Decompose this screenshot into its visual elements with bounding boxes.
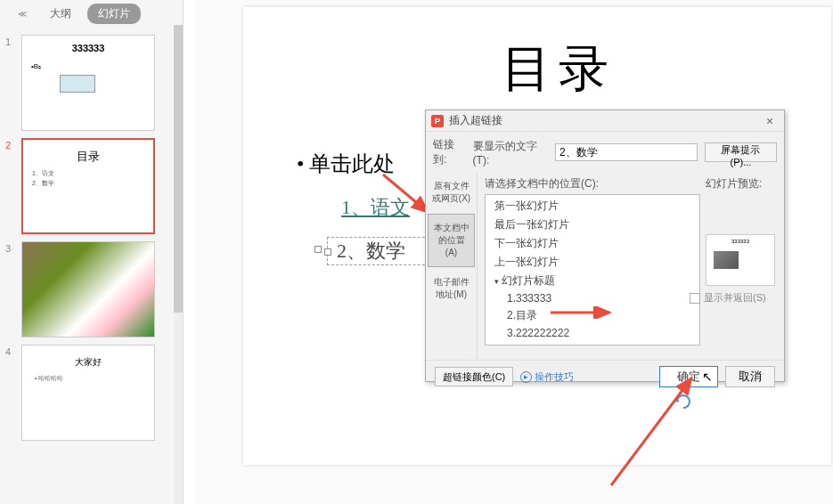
tab-slides[interactable]: 幻灯片 [87, 4, 141, 24]
ok-button[interactable]: 确定 [659, 366, 718, 387]
slide-hyperlink-2[interactable]: 2、数学 [328, 238, 405, 264]
display-label: 要显示的文字(T): [473, 139, 548, 167]
linkto-this-document[interactable]: 本文档中的位置(A) [428, 214, 475, 267]
slide-title[interactable]: 目录 [502, 36, 616, 103]
dialog-footer: 超链接颜色(C) ▸ 操作技巧 确定 取消 [426, 360, 784, 393]
thumb-marker: •B₂ [31, 62, 41, 70]
tree-slide-4[interactable]: 4.大家好 [486, 341, 699, 345]
insert-hyperlink-dialog: P 插入超链接 × 链接到: 要显示的文字(T): 屏幕提示(P)... 原有文… [425, 110, 785, 382]
help-icon: ▸ [520, 371, 532, 383]
thumbnail-scrollbar[interactable] [174, 25, 183, 504]
checkbox-label: 显示并返回(S) [704, 291, 766, 305]
tab-outline[interactable]: 大纲 [41, 4, 80, 24]
panel-tabs: ≪ 大纲 幻灯片 [0, 0, 183, 28]
display-text-input[interactable] [555, 143, 698, 161]
selection-handle[interactable] [314, 246, 322, 253]
linkto-email[interactable]: 电子邮件地址(M) [426, 269, 477, 308]
help-text: 操作技巧 [535, 370, 574, 384]
thumbnail-3[interactable] [21, 241, 155, 337]
thumb-title: 大家好 [22, 345, 154, 369]
thumb-sub: • 哈哈哈哈 [22, 369, 154, 388]
slide-bullet-text[interactable]: • 单击此处 [297, 150, 395, 178]
scrollbar-handle[interactable] [174, 25, 183, 313]
thumb-image [22, 242, 155, 337]
dialog-body: 原有文件或网页(X) 本文档中的位置(A) 电子邮件地址(M) 请选择文档中的位… [426, 173, 784, 360]
slide-number: 2 [5, 138, 16, 234]
linkto-label: 链接到: [433, 137, 466, 167]
slide-number: 4 [5, 345, 16, 441]
hyperlink-color-button[interactable]: 超链接颜色(C) [435, 367, 513, 386]
thumb-title: 333333 [22, 36, 154, 53]
show-return-checkbox[interactable]: 显示并返回(S) [690, 291, 777, 305]
cancel-button[interactable]: 取消 [725, 366, 775, 387]
tree-prev-slide[interactable]: 上一张幻灯片 [486, 253, 699, 272]
collapse-icon[interactable]: ≪ [18, 9, 27, 19]
dialog-top-row: 链接到: 要显示的文字(T): 屏幕提示(P)... [426, 132, 784, 173]
linkto-sidebar: 原有文件或网页(X) 本文档中的位置(A) 电子邮件地址(M) [426, 173, 478, 360]
rotate-icon[interactable] [674, 392, 693, 411]
thumbnail-2[interactable]: 目录 1、语文 2、数学 [21, 138, 155, 234]
checkbox-icon[interactable] [690, 293, 700, 304]
preview-image [714, 251, 739, 269]
footer-left: 超链接颜色(C) ▸ 操作技巧 [435, 367, 574, 386]
app-icon: P [431, 115, 444, 127]
slide-number: 3 [5, 241, 16, 337]
tree-wrap: 请选择文档中的位置(C): 第一张幻灯片 最后一张幻灯片 下一张幻灯片 上一张幻… [485, 176, 700, 356]
thumbnail-panel: ≪ 大纲 幻灯片 1 333333 •B₂ 2 目录 1、语文 2、数学 3 [0, 0, 184, 504]
thumbnail-list: 1 333333 •B₂ 2 目录 1、语文 2、数学 3 [0, 28, 183, 504]
tree-next-slide[interactable]: 下一张幻灯片 [486, 234, 699, 253]
tree-last-slide[interactable]: 最后一张幻灯片 [486, 215, 699, 234]
tree-first-slide[interactable]: 第一张幻灯片 [486, 197, 699, 215]
dialog-title: 插入超链接 [449, 113, 761, 128]
thumbnail-item[interactable]: 4 大家好 • 哈哈哈哈 [0, 341, 183, 444]
dialog-main: 请选择文档中的位置(C): 第一张幻灯片 最后一张幻灯片 下一张幻灯片 上一张幻… [478, 173, 784, 360]
slide-preview: 333333 [706, 234, 775, 286]
thumb-list: 1、语文 2、数学 [23, 165, 153, 191]
tree-label: 请选择文档中的位置(C): [485, 176, 700, 191]
close-icon[interactable]: × [761, 114, 779, 128]
thumb-shape [60, 75, 95, 93]
preview-label: 幻灯片预览: [706, 176, 777, 191]
help-link[interactable]: ▸ 操作技巧 [520, 370, 574, 384]
thumb-title: 目录 [23, 140, 153, 165]
thumbnail-item[interactable]: 3 [0, 238, 183, 341]
screentip-button[interactable]: 屏幕提示(P)... [705, 142, 777, 162]
preview-wrap: 幻灯片预览: 333333 显示并返回(S) [706, 176, 777, 356]
tree-slide-1[interactable]: 1.333333 [486, 290, 699, 306]
thumbnail-item[interactable]: 1 333333 •B₂ [0, 31, 183, 134]
tree-slide-titles[interactable]: 幻灯片标题 [486, 272, 699, 290]
thumbnail-1[interactable]: 333333 •B₂ [21, 35, 155, 131]
location-tree[interactable]: 第一张幻灯片 最后一张幻灯片 下一张幻灯片 上一张幻灯片 幻灯片标题 1.333… [485, 194, 700, 345]
tree-slide-2[interactable]: 2.目录 [486, 306, 699, 325]
slide-number: 1 [5, 35, 16, 131]
slide-hyperlink-1[interactable]: 1、语文 [341, 194, 410, 221]
linkto-existing-file[interactable]: 原有文件或网页(X) [426, 173, 477, 212]
thumbnail-4[interactable]: 大家好 • 哈哈哈哈 [21, 345, 155, 441]
preview-title: 333333 [731, 239, 749, 244]
tree-slide-3[interactable]: 3.222222222 [486, 325, 699, 341]
dialog-titlebar[interactable]: P 插入超链接 × [426, 110, 784, 132]
thumbnail-item[interactable]: 2 目录 1、语文 2、数学 [0, 134, 183, 238]
